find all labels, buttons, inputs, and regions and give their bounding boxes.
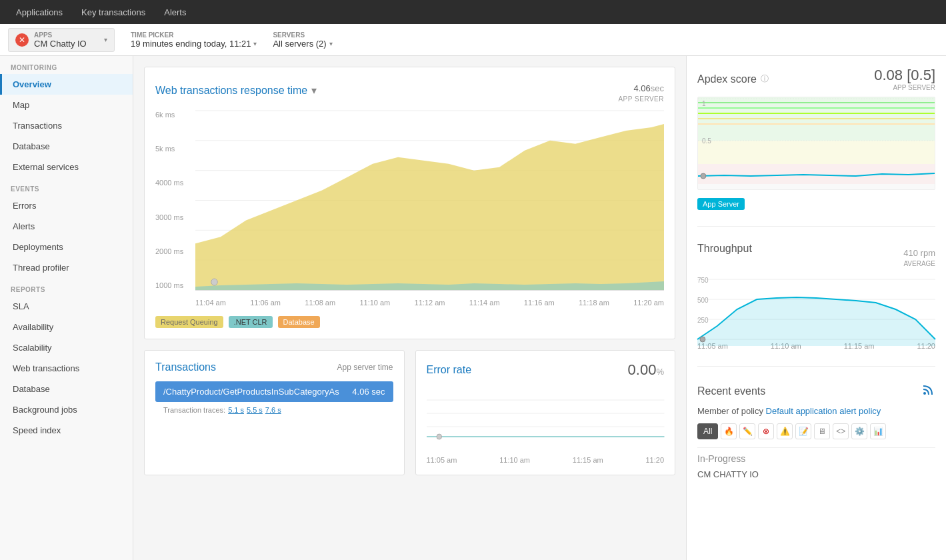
servers-arrow: ▾ — [329, 40, 333, 47]
app-bar: ✕ APPS CM Chatty IO ▾ TIME PICKER 19 min… — [0, 24, 946, 56]
app-selector[interactable]: ✕ APPS CM Chatty IO ▾ — [8, 28, 115, 52]
transactions-meta: App server time — [337, 363, 393, 372]
apdex-header: Apdex score ⓘ 0.08 [0.5] APP SERVER — [697, 67, 935, 91]
main-layout: MONITORING Overview Map Transactions Dat… — [0, 56, 946, 560]
throughput-y-500: 500 — [697, 297, 709, 304]
chart-x-labels: 11:04 am 11:06 am 11:08 am 11:10 am 11:1… — [195, 295, 664, 311]
sidebar: MONITORING Overview Map Transactions Dat… — [0, 56, 133, 560]
nav-applications[interactable]: Applications — [8, 3, 71, 21]
main-chart-panel: Web transactions response time ▾ 4.06sec… — [144, 67, 675, 339]
recent-events-title: Recent events — [697, 385, 765, 397]
app-selector-text: APPS CM Chatty IO — [34, 31, 99, 49]
nav-key-transactions[interactable]: Key transactions — [73, 3, 153, 21]
transactions-title: Transactions — [155, 361, 216, 373]
throughput-y-750: 750 — [697, 277, 709, 284]
legend-net-clr[interactable]: .NET CLR — [229, 316, 273, 328]
error-rate-header: Error rate 0.00% — [427, 361, 665, 379]
transaction-value: 4.06 sec — [352, 387, 385, 397]
time-picker[interactable]: TIME PICKER 19 minutes ending today, 11:… — [131, 31, 257, 49]
filter-error-icon[interactable]: ⊗ — [758, 423, 774, 439]
monitoring-label: MONITORING — [0, 56, 133, 74]
in-progress-label: In-Progress — [697, 453, 935, 464]
trace-link-2[interactable]: 5.5 s — [247, 406, 263, 414]
sidebar-item-database[interactable]: Database — [0, 136, 133, 157]
chart-area — [195, 111, 664, 291]
sidebar-item-sla[interactable]: SLA — [0, 296, 133, 317]
filter-screen-icon[interactable]: 🖥 — [814, 423, 830, 439]
content-area: Web transactions response time ▾ 4.06sec… — [133, 56, 686, 560]
top-transaction[interactable]: /ChattyProduct/GetProductsInSubCategoryA… — [155, 381, 393, 402]
app-name: CM Chatty IO — [34, 39, 99, 49]
svg-point-10 — [437, 434, 442, 439]
filter-gear-icon[interactable]: ⚙️ — [851, 423, 867, 439]
transaction-name: /ChattyProduct/GetProductsInSubCategoryA… — [163, 387, 339, 397]
sidebar-item-scalability[interactable]: Scalability — [0, 337, 133, 358]
throughput-panel: Throughput 410 rpm AVERAGE — [697, 243, 935, 350]
chart-value: 4.06sec — [618, 78, 664, 95]
sidebar-item-database-reports[interactable]: Database — [0, 379, 133, 399]
event-filters: All 🔥 ✏️ ⊗ ⚠️ 📝 🖥 <> ⚙️ 📊 — [697, 423, 935, 439]
sidebar-item-errors[interactable]: Errors — [0, 195, 133, 216]
events-label: EVENTS — [0, 177, 133, 195]
filter-note-icon[interactable]: 📝 — [795, 423, 811, 439]
trace-link-3[interactable]: 7.6 s — [265, 406, 281, 414]
svg-point-21 — [701, 173, 706, 179]
main-chart-container: 6k ms 5k ms 4000 ms 3000 ms 2000 ms 1000… — [155, 111, 664, 311]
apdex-panel: Apdex score ⓘ 0.08 [0.5] APP SERVER — [697, 67, 935, 210]
sidebar-item-web-transactions[interactable]: Web transactions — [0, 358, 133, 379]
event-item[interactable]: CM CHATTY IO — [697, 469, 935, 479]
apdex-value-group: 0.08 [0.5] APP SERVER — [874, 67, 935, 91]
apps-label: APPS — [34, 31, 99, 39]
recent-events-panel: Recent events Member of policy Default a… — [697, 383, 935, 479]
svg-point-6 — [211, 279, 218, 285]
nav-alerts[interactable]: Alerts — [156, 3, 194, 21]
recent-events-header: Recent events — [697, 383, 935, 399]
apdex-server-label: APP SERVER — [874, 84, 935, 91]
servers-picker[interactable]: SERVERS All servers (2) ▾ — [273, 31, 332, 49]
policy-link[interactable]: Default application alert policy — [766, 406, 881, 416]
filter-fire-icon[interactable]: 🔥 — [721, 423, 737, 439]
transaction-traces: Transaction traces: 5.1 s 5.5 s 7.6 s — [155, 402, 393, 418]
right-panels: Apdex score ⓘ 0.08 [0.5] APP SERVER — [686, 56, 946, 560]
recent-policy-text: Member of policy Default application ale… — [697, 405, 935, 418]
main-chart-header: Web transactions response time ▾ 4.06sec… — [155, 78, 664, 103]
sidebar-item-deployments[interactable]: Deployments — [0, 237, 133, 257]
throughput-header: Throughput 410 rpm AVERAGE — [697, 243, 935, 267]
legend-database[interactable]: Database — [278, 316, 320, 328]
error-x-labels: 11:05 am 11:10 am 11:15 am 11:20 — [427, 456, 665, 464]
sidebar-item-availability[interactable]: Availability — [0, 317, 133, 337]
error-rate-value: 0.00% — [628, 361, 664, 379]
trace-link-1[interactable]: 5.1 s — [228, 406, 244, 414]
apdex-y-05: 0.5 — [702, 137, 711, 145]
filter-code-icon[interactable]: <> — [833, 423, 849, 439]
apdex-y-1: 1 — [702, 100, 706, 107]
filter-chart-icon[interactable]: 📊 — [870, 423, 886, 439]
throughput-y-250: 250 — [697, 317, 709, 324]
divider-3 — [697, 447, 935, 448]
filter-warning-icon[interactable]: ⚠️ — [777, 423, 793, 439]
apdex-help-icon[interactable]: ⓘ — [761, 73, 769, 85]
rss-icon — [922, 383, 935, 399]
svg-point-26 — [700, 337, 705, 342]
sidebar-item-map[interactable]: Map — [0, 95, 133, 115]
apdex-title: Apdex score ⓘ — [697, 73, 769, 85]
error-rate-title: Error rate — [427, 364, 472, 376]
chart-title[interactable]: Web transactions response time ▾ — [155, 84, 317, 97]
filter-all[interactable]: All — [697, 423, 718, 439]
chart-title-arrow: ▾ — [311, 84, 317, 97]
legend-request-queuing[interactable]: Request Queuing — [155, 316, 223, 328]
chart-meta: 4.06sec APP SERVER — [618, 78, 664, 103]
sidebar-item-thread-profiler[interactable]: Thread profiler — [0, 257, 133, 278]
sidebar-item-transactions[interactable]: Transactions — [0, 115, 133, 136]
sidebar-item-background-jobs[interactable]: Background jobs — [0, 399, 133, 420]
throughput-value-group: 410 rpm AVERAGE — [903, 243, 935, 267]
chart-legend: Request Queuing .NET CLR Database — [155, 316, 664, 328]
sidebar-item-overview[interactable]: Overview — [0, 74, 133, 95]
filter-edit-icon[interactable]: ✏️ — [739, 423, 755, 439]
reports-label: REPORTS — [0, 278, 133, 296]
app-server-badge[interactable]: App Server — [697, 194, 935, 210]
sidebar-item-alerts[interactable]: Alerts — [0, 216, 133, 237]
sidebar-item-external-services[interactable]: External services — [0, 157, 133, 177]
time-picker-label: TIME PICKER — [131, 31, 257, 39]
sidebar-item-speed-index[interactable]: Speed index — [0, 420, 133, 441]
